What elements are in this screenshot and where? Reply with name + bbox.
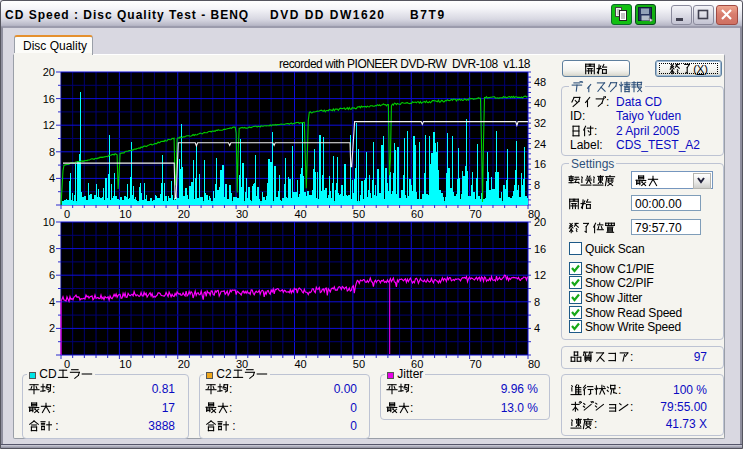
svg-text:16: 16 [534, 158, 546, 170]
svg-text:6: 6 [49, 269, 55, 281]
svg-text:20: 20 [534, 216, 546, 228]
svg-text:48: 48 [534, 76, 546, 88]
svg-text:20: 20 [43, 66, 55, 78]
svg-text:10: 10 [43, 216, 55, 228]
svg-text:8: 8 [49, 146, 55, 158]
svg-text:30: 30 [236, 208, 248, 220]
svg-text:8: 8 [49, 243, 55, 255]
svg-text:20: 20 [178, 208, 190, 220]
svg-text:50: 50 [353, 358, 365, 370]
svg-text:20: 20 [178, 358, 190, 370]
svg-text:10: 10 [119, 208, 131, 220]
svg-text:8: 8 [534, 179, 540, 191]
svg-text:8: 8 [534, 296, 540, 308]
svg-text:80: 80 [528, 358, 540, 370]
svg-text:16: 16 [43, 93, 55, 105]
svg-text:70: 70 [469, 208, 481, 220]
svg-text:4: 4 [49, 296, 55, 308]
svg-text:24: 24 [534, 138, 546, 150]
svg-text:4: 4 [49, 172, 55, 184]
svg-text:2: 2 [49, 322, 55, 334]
svg-text:10: 10 [119, 358, 131, 370]
svg-text:70: 70 [469, 358, 481, 370]
svg-text:16: 16 [534, 243, 546, 255]
svg-text:40: 40 [294, 208, 306, 220]
svg-text:40: 40 [534, 97, 546, 109]
svg-text:50: 50 [353, 208, 365, 220]
svg-text:12: 12 [534, 269, 546, 281]
svg-text:40: 40 [294, 358, 306, 370]
svg-text:12: 12 [43, 119, 55, 131]
svg-text:4: 4 [534, 322, 540, 334]
svg-text:0: 0 [64, 208, 70, 220]
svg-text:60: 60 [411, 208, 423, 220]
svg-text:32: 32 [534, 117, 546, 129]
